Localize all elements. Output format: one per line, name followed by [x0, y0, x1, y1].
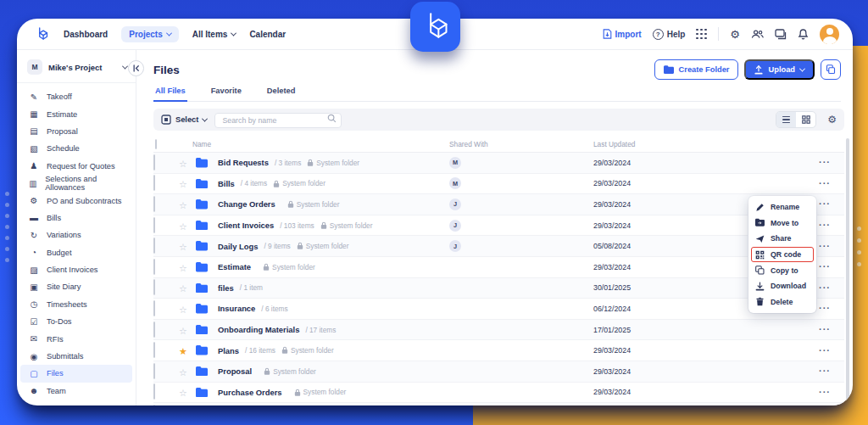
table-row[interactable]: ★ ☆ files / 1 item	[153, 278, 844, 299]
search-input[interactable]	[214, 113, 342, 128]
topnav-item[interactable]: Calendar	[249, 30, 286, 39]
select-all-checkbox[interactable]	[155, 139, 157, 149]
upload-button[interactable]: Upload	[744, 59, 815, 80]
sidebar-item[interactable]: ☻ Team	[17, 383, 136, 400]
row-more-options-button[interactable]: ···	[819, 262, 844, 271]
sidebar-item[interactable]: ▢ Files	[20, 365, 132, 382]
chat-icon[interactable]	[775, 29, 787, 40]
context-menu-item[interactable]: Delete	[748, 294, 816, 310]
sidebar-item[interactable]: ▤ Proposal	[17, 123, 136, 140]
star-icon[interactable]: ★	[179, 346, 187, 356]
context-menu-item[interactable]: Rename	[748, 199, 816, 215]
sidebar-item[interactable]: ▬ Bills	[17, 210, 136, 226]
row-checkbox[interactable]	[153, 154, 155, 171]
context-menu-item[interactable]: Move to	[748, 215, 816, 232]
star-icon[interactable]: ☆	[179, 367, 187, 377]
sidebar-item[interactable]: ◉ Submittals	[17, 348, 136, 365]
user-avatar[interactable]	[820, 25, 839, 44]
tab[interactable]: All Files	[153, 87, 187, 102]
settings-gear-icon[interactable]: ⚙	[730, 28, 740, 41]
row-more-options-button[interactable]: ···	[819, 388, 844, 397]
row-checkbox[interactable]	[153, 279, 155, 295]
sidebar-item[interactable]: ▦ Estimate	[17, 105, 136, 122]
row-more-options-button[interactable]: ···	[819, 179, 844, 188]
create-folder-button[interactable]: Create Folder	[654, 59, 739, 80]
app-logo-icon[interactable]	[34, 26, 50, 42]
star-icon[interactable]: ☆	[179, 221, 187, 232]
star-icon[interactable]: ☆	[179, 305, 187, 315]
sidebar-item[interactable]: ✉ RFIs	[17, 330, 136, 347]
topnav-item[interactable]: Projects	[121, 26, 178, 42]
context-menu-item[interactable]: Download	[748, 278, 816, 294]
sidebar-item[interactable]: ▨ Client Invoices	[17, 261, 136, 278]
row-checkbox[interactable]	[153, 217, 155, 233]
table-row[interactable]: ★ ☆ Onboarding Materials / 17 items	[153, 320, 844, 341]
table-settings-gear-icon[interactable]: ⚙	[827, 114, 837, 126]
context-menu-item[interactable]: Copy to	[748, 262, 816, 278]
sidebar-item[interactable]: ☑ To-Dos	[17, 313, 136, 330]
table-row[interactable]: ★ ☆ Bills / 4 items	[153, 174, 844, 195]
topnav-item[interactable]: All Items	[192, 30, 236, 39]
sidebar-item[interactable]: ▣ Site Diary	[17, 278, 136, 295]
sidebar-item[interactable]: ✎ Takeoff	[17, 88, 136, 105]
context-menu-item[interactable]: Share	[748, 231, 816, 247]
list-view-button[interactable]	[776, 112, 796, 127]
topnav-item[interactable]: Dashboard	[64, 30, 108, 39]
star-icon[interactable]: ☆	[179, 159, 187, 169]
table-row[interactable]: ★ ☆ Purchase Orders	[153, 383, 844, 404]
sidebar-item[interactable]: ◷ Timesheets	[17, 296, 136, 313]
sidebar-item[interactable]: ◔ Budget	[17, 244, 136, 261]
table-row[interactable]: ★ ☆ Bid Requests / 3 items	[153, 153, 844, 174]
sidebar-item[interactable]: ♟ Request for Quotes	[17, 158, 136, 175]
row-more-options-button[interactable]: ···	[819, 283, 844, 293]
star-icon[interactable]: ☆	[179, 283, 187, 294]
tab[interactable]: Deleted	[265, 87, 298, 101]
notifications-bell-icon[interactable]	[798, 28, 809, 40]
star-icon[interactable]: ☆	[179, 388, 187, 398]
copy-link-button[interactable]	[821, 59, 841, 80]
vertical-scrollbar[interactable]	[846, 138, 849, 405]
import-button[interactable]: Import	[603, 29, 642, 39]
row-more-options-button[interactable]: ···	[819, 346, 844, 355]
row-more-options-button[interactable]: ···	[819, 366, 844, 376]
row-checkbox[interactable]	[153, 405, 155, 405]
table-row[interactable]: ★ ☆ Plans / 16 items	[153, 340, 844, 361]
context-menu-item[interactable]: QR code	[751, 247, 814, 263]
row-more-options-button[interactable]: ···	[819, 242, 844, 251]
sidebar-item[interactable]: ▥ Selections and Allowances	[17, 175, 136, 192]
row-checkbox[interactable]	[153, 259, 155, 275]
table-row[interactable]: ★ ☆ Client Invoices / 103 items	[153, 215, 844, 237]
users-icon[interactable]	[751, 29, 764, 39]
table-row[interactable]: ★ ☆ Estimate	[153, 257, 844, 278]
apps-grid-icon[interactable]	[696, 29, 707, 40]
star-icon[interactable]: ☆	[179, 200, 187, 210]
table-row[interactable]: ★ ☆ Proposal	[153, 361, 844, 383]
row-checkbox[interactable]	[153, 363, 155, 379]
row-more-options-button[interactable]: ···	[819, 158, 844, 167]
row-more-options-button[interactable]: ···	[819, 304, 844, 313]
table-row[interactable]: ★ ☆ Daily Logs / 9 items	[153, 236, 844, 257]
row-checkbox[interactable]	[153, 383, 155, 400]
row-checkbox[interactable]	[153, 342, 155, 358]
sidebar-item[interactable]: ↻ Variations	[17, 226, 136, 243]
row-checkbox[interactable]	[153, 322, 155, 338]
table-row[interactable]: ★ ☆ RFI / 2 items	[153, 403, 844, 405]
grid-view-button[interactable]	[796, 112, 815, 127]
star-icon[interactable]: ☆	[179, 242, 187, 252]
table-row[interactable]: ★ ☆ Change Orders	[153, 194, 844, 215]
sidebar-item[interactable]: ⚙ PO and Subcontracts	[17, 192, 136, 209]
row-more-options-button[interactable]: ···	[819, 199, 844, 209]
row-more-options-button[interactable]: ···	[819, 221, 844, 230]
help-button[interactable]: ? Help	[653, 29, 686, 40]
row-checkbox[interactable]	[153, 300, 155, 316]
star-icon[interactable]: ☆	[179, 263, 187, 273]
sidebar-collapse-button[interactable]	[128, 60, 144, 76]
row-more-options-button[interactable]: ···	[819, 325, 844, 334]
table-row[interactable]: ★ ☆ Insurance / 6 items	[153, 299, 844, 320]
select-dropdown[interactable]: Select	[161, 115, 207, 125]
row-checkbox[interactable]	[153, 175, 155, 191]
row-checkbox[interactable]	[153, 238, 155, 254]
row-checkbox[interactable]	[153, 196, 155, 212]
star-icon[interactable]: ☆	[179, 179, 187, 189]
sidebar-item[interactable]: ▧ Schedule	[17, 140, 136, 157]
